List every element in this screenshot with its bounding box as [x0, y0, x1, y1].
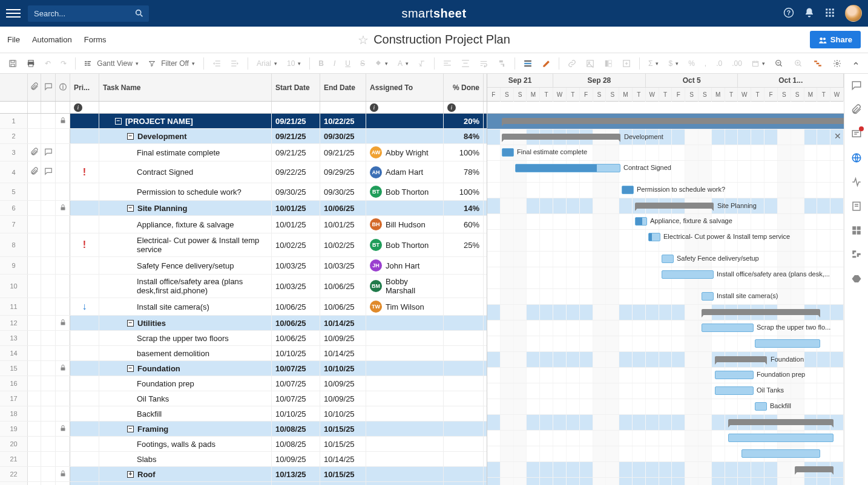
row-number-cell[interactable]: 21 [0, 452, 28, 466]
settings-gear-icon[interactable] [829, 57, 845, 70]
attachment-cell[interactable] [28, 201, 41, 215]
gantt-row[interactable] [487, 415, 844, 431]
grid-row[interactable]: 10 Install office/safety area (plans des… [0, 275, 487, 298]
assigned-to-cell[interactable] [366, 331, 444, 345]
priority-cell[interactable] [70, 144, 99, 161]
gantt-row[interactable]: Install office/safety area (plans desk,.… [487, 267, 844, 289]
start-date-cell[interactable]: 09/21/25 [272, 129, 320, 143]
priority-cell[interactable]: ! [70, 233, 99, 256]
start-date-cell[interactable]: 10/06/25 [272, 331, 320, 345]
pct-done-cell[interactable]: 78% [444, 161, 484, 183]
priority-cell[interactable] [70, 129, 99, 143]
pct-done-cell[interactable] [444, 298, 484, 315]
assigned-to-cell[interactable]: BMBobby Marshall [366, 275, 444, 298]
comment-cell[interactable] [41, 437, 56, 451]
increase-decimal-icon[interactable]: .00 [728, 57, 746, 70]
lock-cell[interactable] [56, 275, 70, 298]
priority-cell[interactable] [70, 183, 99, 200]
clear-format-icon[interactable] [415, 58, 429, 69]
comment-cell[interactable] [41, 129, 56, 143]
task-name-cell[interactable]: −Development [99, 129, 272, 143]
pct-done-cell[interactable]: 60% [444, 216, 484, 233]
end-date-cell[interactable]: 10/10/25 [320, 406, 366, 421]
comment-cell[interactable] [41, 233, 56, 256]
freeze-icon[interactable] [600, 57, 616, 70]
gantt-bar[interactable] [502, 118, 844, 124]
gantt-row[interactable]: Foundation prep [487, 368, 844, 383]
save-icon[interactable] [5, 57, 21, 70]
task-name-cell[interactable]: −Framing [99, 422, 272, 436]
gantt-bar[interactable] [702, 309, 820, 315]
attachment-cell[interactable] [28, 482, 41, 485]
decrease-decimal-icon[interactable]: .0 [712, 57, 726, 70]
gantt-bar[interactable]: Scrap the upper two flo... [702, 324, 754, 332]
gantt-bar[interactable]: Install site camera(s) [702, 292, 714, 301]
assigned-to-cell[interactable] [366, 482, 444, 485]
attachment-cell[interactable] [28, 298, 41, 315]
priority-column-header[interactable]: Pri... [70, 74, 99, 101]
lock-cell[interactable] [56, 422, 70, 436]
notifications-icon[interactable] [804, 7, 815, 20]
assigned-to-cell[interactable] [366, 201, 444, 215]
gantt-row[interactable] [487, 478, 844, 485]
start-date-cell[interactable]: 10/13/25 [272, 467, 320, 481]
end-date-cell[interactable]: 10/01/25 [320, 216, 366, 233]
gantt-row[interactable]: Oil Tanks [487, 383, 844, 399]
end-date-cell[interactable]: 10/15/25 [320, 467, 366, 481]
end-date-cell[interactable]: 10/09/25 [320, 391, 366, 406]
grid-row[interactable]: 9 Safety Fence delivery/setup 10/03/25 1… [0, 257, 487, 275]
lock-cell[interactable] [56, 201, 70, 215]
expand-icon[interactable]: + [127, 471, 134, 478]
lock-cell[interactable] [56, 114, 70, 128]
menu-forms[interactable]: Forms [84, 35, 107, 44]
grid-row[interactable]: 4 ! Contract Signed 09/22/25 09/29/25 AH… [0, 161, 487, 183]
view-selector[interactable]: Gantt View [81, 57, 142, 70]
gantt-row[interactable] [487, 446, 844, 462]
end-date-cell[interactable]: 10/06/25 [320, 275, 366, 298]
collapse-icon[interactable]: − [127, 133, 134, 140]
gantt-bar[interactable]: Foundation prep [715, 371, 754, 379]
row-number-cell[interactable]: 20 [0, 437, 28, 451]
info-icon[interactable]: i [370, 103, 378, 112]
comment-cell[interactable] [41, 331, 56, 345]
assigned-to-cell[interactable] [366, 391, 444, 406]
end-date-cell[interactable]: 10/06/25 [320, 298, 366, 315]
pct-done-cell[interactable] [444, 437, 484, 451]
align-left-icon[interactable] [439, 57, 455, 70]
gantt-bar[interactable] [728, 434, 833, 442]
collapse-icon[interactable]: − [115, 118, 122, 125]
attachment-cell[interactable] [28, 361, 41, 376]
filter-selector[interactable]: Filter Off [145, 57, 199, 70]
assigned-to-cell[interactable] [366, 376, 444, 391]
italic-icon[interactable]: I [330, 57, 339, 70]
collapse-icon[interactable]: − [127, 320, 134, 327]
grid-row[interactable]: 12 −Utilities 10/06/25 10/14/25 [0, 316, 487, 331]
task-name-cell[interactable]: Permission to schedule work? [99, 183, 272, 200]
comment-cell[interactable] [41, 361, 56, 376]
assigned-to-cell[interactable] [366, 437, 444, 451]
publish-icon[interactable] [851, 152, 862, 166]
gantt-row[interactable]: Final estimate complete [487, 145, 844, 161]
lock-cell[interactable] [56, 482, 70, 485]
comment-cell[interactable] [41, 257, 56, 274]
row-number-cell[interactable]: 3 [0, 144, 28, 161]
task-name-cell[interactable]: −Site Planning [99, 201, 272, 215]
gantt-bar[interactable]: Final estimate complete [502, 148, 514, 157]
row-number-cell[interactable]: 4 [0, 161, 28, 183]
end-date-cell[interactable]: 10/03/25 [320, 257, 366, 274]
attachment-cell[interactable] [28, 257, 41, 274]
search-icon[interactable] [134, 8, 144, 20]
pct-done-cell[interactable]: 84% [444, 129, 484, 143]
priority-cell[interactable] [70, 406, 99, 421]
attachment-cell[interactable] [28, 233, 41, 256]
end-date-cell[interactable]: 10/14/25 [320, 316, 366, 330]
priority-cell[interactable]: ! [70, 161, 99, 183]
attachment-cell[interactable] [28, 216, 41, 233]
comment-cell[interactable] [41, 316, 56, 330]
assigned-to-cell[interactable] [366, 316, 444, 330]
comment-cell[interactable] [41, 391, 56, 406]
start-date-cell[interactable]: 09/21/25 [272, 114, 320, 128]
pct-done-cell[interactable] [444, 316, 484, 330]
gantt-bar[interactable]: Permission to schedule work? [622, 186, 634, 194]
merge-icon[interactable] [619, 57, 634, 70]
